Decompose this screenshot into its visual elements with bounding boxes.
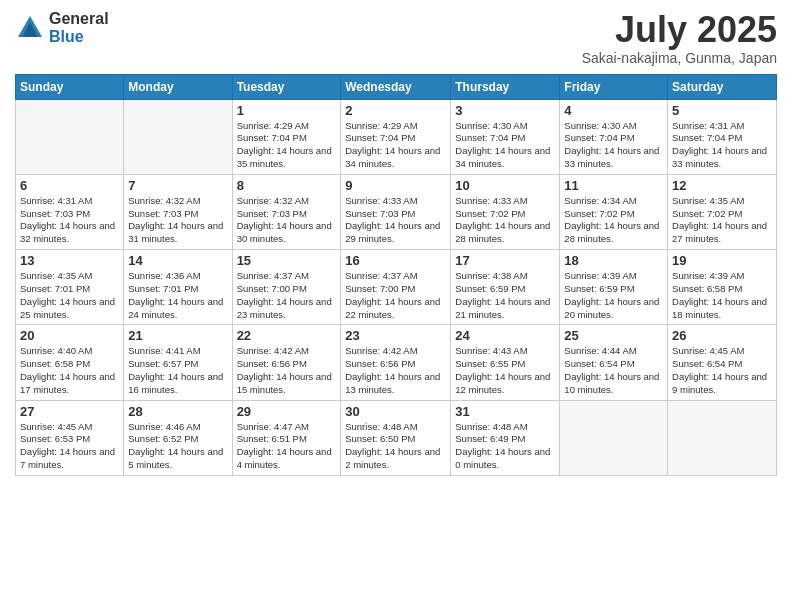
calendar-subtitle: Sakai-nakajima, Gunma, Japan: [582, 50, 777, 66]
calendar-cell: [16, 99, 124, 174]
day-info: Sunrise: 4:46 AMSunset: 6:52 PMDaylight:…: [128, 421, 227, 472]
calendar-cell: 26Sunrise: 4:45 AMSunset: 6:54 PMDayligh…: [668, 325, 777, 400]
day-number: 18: [564, 253, 663, 268]
day-info: Sunrise: 4:37 AMSunset: 7:00 PMDaylight:…: [345, 270, 446, 321]
calendar-cell: 9Sunrise: 4:33 AMSunset: 7:03 PMDaylight…: [341, 174, 451, 249]
calendar-cell: 30Sunrise: 4:48 AMSunset: 6:50 PMDayligh…: [341, 400, 451, 475]
calendar-cell: 17Sunrise: 4:38 AMSunset: 6:59 PMDayligh…: [451, 250, 560, 325]
day-number: 15: [237, 253, 337, 268]
calendar-cell: 25Sunrise: 4:44 AMSunset: 6:54 PMDayligh…: [560, 325, 668, 400]
calendar-cell: [560, 400, 668, 475]
calendar-cell: 22Sunrise: 4:42 AMSunset: 6:56 PMDayligh…: [232, 325, 341, 400]
day-info: Sunrise: 4:42 AMSunset: 6:56 PMDaylight:…: [345, 345, 446, 396]
day-number: 21: [128, 328, 227, 343]
day-info: Sunrise: 4:40 AMSunset: 6:58 PMDaylight:…: [20, 345, 119, 396]
calendar-cell: 18Sunrise: 4:39 AMSunset: 6:59 PMDayligh…: [560, 250, 668, 325]
day-number: 20: [20, 328, 119, 343]
day-info: Sunrise: 4:36 AMSunset: 7:01 PMDaylight:…: [128, 270, 227, 321]
weekday-header-saturday: Saturday: [668, 74, 777, 99]
day-info: Sunrise: 4:48 AMSunset: 6:50 PMDaylight:…: [345, 421, 446, 472]
day-number: 26: [672, 328, 772, 343]
day-info: Sunrise: 4:37 AMSunset: 7:00 PMDaylight:…: [237, 270, 337, 321]
day-number: 29: [237, 404, 337, 419]
calendar-cell: 15Sunrise: 4:37 AMSunset: 7:00 PMDayligh…: [232, 250, 341, 325]
day-number: 27: [20, 404, 119, 419]
day-number: 16: [345, 253, 446, 268]
calendar-cell: 13Sunrise: 4:35 AMSunset: 7:01 PMDayligh…: [16, 250, 124, 325]
day-info: Sunrise: 4:44 AMSunset: 6:54 PMDaylight:…: [564, 345, 663, 396]
day-info: Sunrise: 4:31 AMSunset: 7:03 PMDaylight:…: [20, 195, 119, 246]
calendar-cell: 10Sunrise: 4:33 AMSunset: 7:02 PMDayligh…: [451, 174, 560, 249]
day-info: Sunrise: 4:31 AMSunset: 7:04 PMDaylight:…: [672, 120, 772, 171]
calendar-cell: 1Sunrise: 4:29 AMSunset: 7:04 PMDaylight…: [232, 99, 341, 174]
calendar-week-row: 1Sunrise: 4:29 AMSunset: 7:04 PMDaylight…: [16, 99, 777, 174]
calendar-cell: 6Sunrise: 4:31 AMSunset: 7:03 PMDaylight…: [16, 174, 124, 249]
day-info: Sunrise: 4:41 AMSunset: 6:57 PMDaylight:…: [128, 345, 227, 396]
day-info: Sunrise: 4:35 AMSunset: 7:01 PMDaylight:…: [20, 270, 119, 321]
calendar-week-row: 6Sunrise: 4:31 AMSunset: 7:03 PMDaylight…: [16, 174, 777, 249]
day-info: Sunrise: 4:47 AMSunset: 6:51 PMDaylight:…: [237, 421, 337, 472]
logo-general-text: General: [49, 10, 109, 28]
day-number: 8: [237, 178, 337, 193]
day-info: Sunrise: 4:45 AMSunset: 6:54 PMDaylight:…: [672, 345, 772, 396]
weekday-header-row: SundayMondayTuesdayWednesdayThursdayFrid…: [16, 74, 777, 99]
day-number: 6: [20, 178, 119, 193]
day-number: 31: [455, 404, 555, 419]
calendar-page: General Blue July 2025 Sakai-nakajima, G…: [0, 0, 792, 612]
calendar-cell: 11Sunrise: 4:34 AMSunset: 7:02 PMDayligh…: [560, 174, 668, 249]
calendar-cell: 5Sunrise: 4:31 AMSunset: 7:04 PMDaylight…: [668, 99, 777, 174]
calendar-week-row: 20Sunrise: 4:40 AMSunset: 6:58 PMDayligh…: [16, 325, 777, 400]
calendar-cell: 2Sunrise: 4:29 AMSunset: 7:04 PMDaylight…: [341, 99, 451, 174]
day-info: Sunrise: 4:38 AMSunset: 6:59 PMDaylight:…: [455, 270, 555, 321]
calendar-table: SundayMondayTuesdayWednesdayThursdayFrid…: [15, 74, 777, 476]
logo-blue-text: Blue: [49, 28, 109, 46]
day-number: 17: [455, 253, 555, 268]
weekday-header-tuesday: Tuesday: [232, 74, 341, 99]
day-info: Sunrise: 4:43 AMSunset: 6:55 PMDaylight:…: [455, 345, 555, 396]
day-number: 2: [345, 103, 446, 118]
day-number: 23: [345, 328, 446, 343]
day-number: 24: [455, 328, 555, 343]
day-number: 12: [672, 178, 772, 193]
day-info: Sunrise: 4:29 AMSunset: 7:04 PMDaylight:…: [237, 120, 337, 171]
calendar-week-row: 27Sunrise: 4:45 AMSunset: 6:53 PMDayligh…: [16, 400, 777, 475]
calendar-cell: 14Sunrise: 4:36 AMSunset: 7:01 PMDayligh…: [124, 250, 232, 325]
day-number: 19: [672, 253, 772, 268]
day-info: Sunrise: 4:42 AMSunset: 6:56 PMDaylight:…: [237, 345, 337, 396]
day-info: Sunrise: 4:39 AMSunset: 6:59 PMDaylight:…: [564, 270, 663, 321]
calendar-cell: 4Sunrise: 4:30 AMSunset: 7:04 PMDaylight…: [560, 99, 668, 174]
day-info: Sunrise: 4:30 AMSunset: 7:04 PMDaylight:…: [455, 120, 555, 171]
weekday-header-monday: Monday: [124, 74, 232, 99]
day-info: Sunrise: 4:39 AMSunset: 6:58 PMDaylight:…: [672, 270, 772, 321]
day-number: 11: [564, 178, 663, 193]
calendar-cell: 16Sunrise: 4:37 AMSunset: 7:00 PMDayligh…: [341, 250, 451, 325]
day-info: Sunrise: 4:34 AMSunset: 7:02 PMDaylight:…: [564, 195, 663, 246]
weekday-header-sunday: Sunday: [16, 74, 124, 99]
day-info: Sunrise: 4:35 AMSunset: 7:02 PMDaylight:…: [672, 195, 772, 246]
day-number: 1: [237, 103, 337, 118]
day-number: 7: [128, 178, 227, 193]
weekday-header-thursday: Thursday: [451, 74, 560, 99]
day-info: Sunrise: 4:32 AMSunset: 7:03 PMDaylight:…: [237, 195, 337, 246]
calendar-cell: 20Sunrise: 4:40 AMSunset: 6:58 PMDayligh…: [16, 325, 124, 400]
day-number: 30: [345, 404, 446, 419]
calendar-cell: 24Sunrise: 4:43 AMSunset: 6:55 PMDayligh…: [451, 325, 560, 400]
calendar-cell: 28Sunrise: 4:46 AMSunset: 6:52 PMDayligh…: [124, 400, 232, 475]
calendar-cell: [124, 99, 232, 174]
weekday-header-friday: Friday: [560, 74, 668, 99]
day-number: 9: [345, 178, 446, 193]
calendar-cell: 3Sunrise: 4:30 AMSunset: 7:04 PMDaylight…: [451, 99, 560, 174]
page-header: General Blue July 2025 Sakai-nakajima, G…: [15, 10, 777, 66]
day-info: Sunrise: 4:30 AMSunset: 7:04 PMDaylight:…: [564, 120, 663, 171]
day-number: 22: [237, 328, 337, 343]
day-number: 28: [128, 404, 227, 419]
calendar-cell: 27Sunrise: 4:45 AMSunset: 6:53 PMDayligh…: [16, 400, 124, 475]
calendar-title: July 2025: [582, 10, 777, 50]
calendar-cell: 12Sunrise: 4:35 AMSunset: 7:02 PMDayligh…: [668, 174, 777, 249]
logo: General Blue: [15, 10, 109, 45]
calendar-cell: 21Sunrise: 4:41 AMSunset: 6:57 PMDayligh…: [124, 325, 232, 400]
calendar-cell: 8Sunrise: 4:32 AMSunset: 7:03 PMDaylight…: [232, 174, 341, 249]
day-info: Sunrise: 4:33 AMSunset: 7:03 PMDaylight:…: [345, 195, 446, 246]
day-info: Sunrise: 4:48 AMSunset: 6:49 PMDaylight:…: [455, 421, 555, 472]
day-number: 14: [128, 253, 227, 268]
